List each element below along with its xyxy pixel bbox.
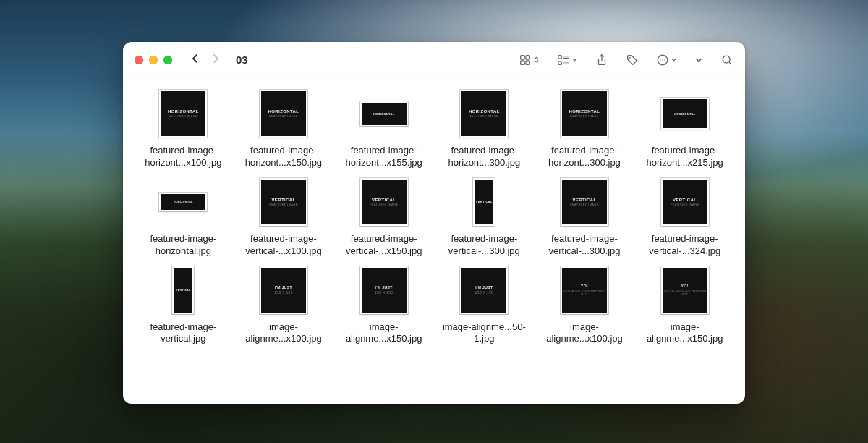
nav-arrows [190, 53, 221, 67]
file-thumbnail: HORIZONTAL [658, 87, 712, 140]
file-name: image-alignme...x150.jpg [338, 321, 430, 346]
finder-window: 03 [123, 42, 745, 404]
file-name: featured-image-horizont...300.jpg [538, 145, 631, 169]
file-name: image-alignme...x100.jpg [237, 321, 330, 346]
file-thumbnail: VERTICALFEATURED IMAGE [658, 175, 712, 229]
file-thumbnail: I'M JUST150 X 150 [257, 263, 310, 317]
toolbar [519, 54, 733, 67]
file-item[interactable]: VERTICALfeatured-image-vertical-...300.j… [437, 175, 532, 258]
search-button[interactable] [720, 54, 733, 67]
svg-rect-7 [558, 61, 562, 64]
file-name: featured-image-vertical-...x150.jpg [338, 233, 430, 258]
more-button[interactable] [656, 54, 677, 67]
file-thumbnail: VERTICAL [457, 175, 511, 229]
file-thumbnail: I'M JUST150 X 150 [357, 263, 411, 317]
file-item[interactable]: HORIZONTALfeatured-image-horizont...x215… [637, 87, 732, 169]
file-thumbnail: HORIZONTALFEATURED IMAGE [156, 87, 210, 140]
view-grid-button[interactable] [519, 54, 540, 67]
file-item[interactable]: HORIZONTALFEATURED IMAGEfeatured-image-h… [136, 87, 231, 169]
file-name: image-alignme...x100.jpg [538, 321, 631, 346]
file-name: featured-image-horizont...x155.jpg [338, 145, 430, 169]
back-button[interactable] [190, 53, 201, 67]
file-item[interactable]: HORIZONTALfeatured-image-horizont...x155… [336, 87, 431, 169]
svg-line-16 [729, 62, 731, 64]
file-name: featured-image-horizontal.jpg [137, 233, 229, 258]
file-item[interactable]: HORIZONTALFEATURED IMAGEfeatured-image-h… [537, 87, 632, 169]
file-item[interactable]: I'M JUST150 X 150image-alignme...x150.jp… [336, 263, 431, 346]
file-thumbnail: HORIZONTAL [156, 175, 210, 229]
file-thumbnail: I'M JUST150 X 150 [457, 263, 511, 317]
folder-title: 03 [236, 54, 248, 66]
file-thumbnail: YO!JUST A 300 X 200 HANGING OUT [658, 263, 712, 317]
forward-button[interactable] [210, 53, 221, 67]
file-name: featured-image-horizont...x215.jpg [639, 145, 731, 169]
file-thumbnail: VERTICAL [156, 263, 210, 317]
svg-point-14 [664, 59, 665, 61]
svg-rect-3 [526, 60, 529, 64]
file-item[interactable]: I'M JUST150 X 150image-alignme...x100.jp… [237, 263, 331, 346]
file-name: featured-image-vertical-...300.jpg [538, 233, 631, 258]
file-name: featured-image-vertical.jpg [137, 321, 229, 346]
file-name: featured-image-horizont...x150.jpg [237, 145, 330, 169]
traffic-lights [135, 56, 172, 64]
file-name: image-alignme...50-1.jpg [438, 321, 530, 346]
svg-rect-0 [521, 55, 524, 59]
group-button[interactable] [557, 54, 578, 67]
file-item[interactable]: HORIZONTALFEATURED IMAGEfeatured-image-h… [437, 87, 532, 169]
file-thumbnail: HORIZONTALFEATURED IMAGE [457, 87, 511, 140]
svg-rect-1 [526, 55, 529, 59]
svg-rect-4 [558, 55, 562, 59]
file-thumbnail: VERTICALFEATURED IMAGE [257, 175, 310, 229]
file-item[interactable]: HORIZONTALFEATURED IMAGEfeatured-image-h… [237, 87, 331, 169]
file-item[interactable]: YO!JUST A 300 X 200 HANGING OUTimage-ali… [637, 263, 732, 346]
file-name: image-alignme...x150.jpg [639, 321, 731, 346]
close-button[interactable] [135, 56, 143, 64]
svg-point-10 [629, 56, 631, 58]
share-button[interactable] [595, 54, 608, 67]
svg-point-15 [723, 56, 730, 63]
svg-point-13 [662, 59, 663, 61]
file-item[interactable]: VERTICALFEATURED IMAGEfeatured-image-ver… [336, 175, 431, 258]
file-item[interactable]: VERTICALFEATURED IMAGEfeatured-image-ver… [637, 175, 732, 258]
file-name: featured-image-horizont...x100.jpg [137, 145, 229, 169]
file-item[interactable]: VERTICALFEATURED IMAGEfeatured-image-ver… [237, 175, 331, 258]
file-grid: HORIZONTALFEATURED IMAGEfeatured-image-h… [123, 78, 745, 404]
file-name: featured-image-vertical-...324.jpg [639, 233, 731, 258]
file-item[interactable]: VERTICALfeatured-image-vertical.jpg [136, 263, 231, 346]
file-name: featured-image-vertical-...x100.jpg [237, 233, 330, 258]
file-thumbnail: HORIZONTAL [357, 87, 411, 140]
svg-point-12 [660, 59, 661, 61]
file-item[interactable]: VERTICALFEATURED IMAGEfeatured-image-ver… [537, 175, 632, 258]
svg-rect-2 [521, 60, 524, 64]
zoom-button[interactable] [163, 56, 172, 64]
file-thumbnail: VERTICALFEATURED IMAGE [558, 175, 611, 229]
file-thumbnail: YO!JUST A 300 X 200 HANGING OUT [558, 263, 611, 317]
file-name: featured-image-horizont...300.jpg [438, 145, 530, 169]
file-item[interactable]: I'M JUST150 X 150image-alignme...50-1.jp… [437, 263, 532, 346]
tags-button[interactable] [626, 54, 639, 67]
file-item[interactable]: HORIZONTALfeatured-image-horizontal.jpg [136, 175, 231, 258]
file-item[interactable]: YO!JUST A 300 X 200 HANGING OUTimage-ali… [537, 263, 632, 346]
file-thumbnail: HORIZONTALFEATURED IMAGE [558, 87, 611, 140]
file-thumbnail: VERTICALFEATURED IMAGE [357, 175, 411, 229]
dropdown-button[interactable] [694, 56, 703, 64]
file-thumbnail: HORIZONTALFEATURED IMAGE [257, 87, 310, 140]
minimize-button[interactable] [149, 56, 158, 64]
file-name: featured-image-vertical-...300.jpg [438, 233, 530, 258]
titlebar: 03 [123, 42, 745, 78]
